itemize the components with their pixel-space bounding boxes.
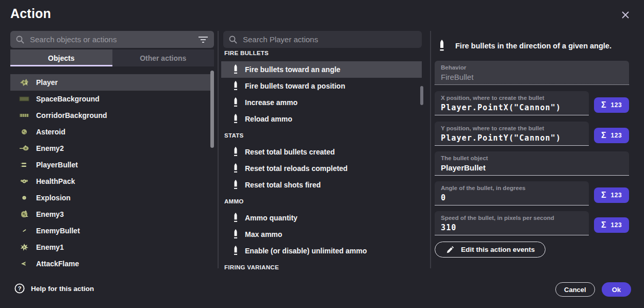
- search-icon: [228, 35, 238, 44]
- action-list-item[interactable]: Ammo quantity: [221, 210, 422, 226]
- bullet-icon: [233, 146, 239, 158]
- parameter-row: Y position, where to create the bulletPl…: [435, 122, 629, 146]
- action-label: Fire bullets toward a position: [245, 82, 345, 90]
- svg-text:?: ?: [18, 285, 22, 292]
- spacer: [435, 85, 629, 91]
- sigma-icon: Σ: [601, 100, 606, 110]
- bullet-icon: [233, 80, 239, 92]
- action-description-row: Fire bullets in the direction of a given…: [435, 31, 629, 61]
- action-group-header: FIRE BULLETS: [221, 45, 422, 61]
- spacer: [435, 206, 629, 211]
- enemy-bullet-icon: [19, 225, 30, 236]
- field-angle-of-the-bullet-in-degrees[interactable]: Angle of the bullet, in degrees0: [435, 181, 589, 206]
- expression-editor-button[interactable]: Σ123: [594, 97, 629, 113]
- sigma-icon: Σ: [601, 220, 606, 230]
- object-list-item[interactable]: Explosion: [10, 190, 214, 206]
- object-name: EnemyBullet: [36, 227, 80, 235]
- bullet-icon: [233, 212, 239, 224]
- object-name: Enemy1: [36, 243, 64, 251]
- object-list-item[interactable]: Enemy1: [10, 239, 214, 255]
- action-list-item[interactable]: Fire bullets toward an angle: [221, 61, 422, 78]
- field-label: Angle of the bullet, in degrees: [441, 184, 583, 192]
- action-list-item[interactable]: Max ammo: [221, 226, 422, 243]
- action-label: Reset total reloads completed: [245, 164, 348, 173]
- action-label: Max ammo: [245, 230, 282, 238]
- actions-search-input[interactable]: [243, 35, 417, 44]
- object-name: PlayerBullet: [36, 161, 78, 169]
- object-name: SpaceBackground: [36, 95, 100, 103]
- object-name: Enemy3: [36, 210, 64, 218]
- object-list-item[interactable]: PlayerBullet: [10, 157, 214, 173]
- field-x-position-where-to-create-the-bullet[interactable]: X position, where to create the bulletPl…: [435, 91, 589, 115]
- object-list-item[interactable]: Asteroid: [10, 124, 214, 140]
- filter-icon[interactable]: [197, 36, 209, 44]
- sigma-icon: Σ: [601, 191, 606, 200]
- action-list-item[interactable]: Fire bullets toward a position: [221, 78, 422, 94]
- edit-action-events-button[interactable]: Edit this action events: [435, 242, 546, 258]
- close-icon[interactable]: [620, 10, 631, 20]
- actions-scrollbar[interactable]: [420, 86, 423, 105]
- objects-search-box[interactable]: [10, 31, 214, 48]
- bullet-icon: [233, 245, 239, 256]
- action-list: FIRE BULLETSFire bullets toward an angle…: [221, 45, 422, 273]
- action-label: Ammo quantity: [245, 214, 298, 222]
- objects-search-input[interactable]: [30, 35, 193, 44]
- action-label: Enable (or disable) unlimited ammo: [245, 247, 367, 255]
- explosion-icon: [19, 192, 30, 203]
- object-list-item[interactable]: CorridorBackground: [10, 107, 214, 124]
- field-label: Speed of the bullet, in pixels per secon…: [441, 214, 583, 222]
- spacer: [435, 115, 629, 122]
- dialog-actions: Cancel Ok: [555, 282, 631, 297]
- field-y-position-where-to-create-the-bullet[interactable]: Y position, where to create the bulletPl…: [435, 122, 589, 146]
- expression-editor-button[interactable]: Σ123: [594, 187, 629, 203]
- panel-divider: [430, 31, 431, 268]
- field-the-bullet-object[interactable]: The bullet objectPlayerBullet: [435, 151, 629, 176]
- action-label: Reset total shots fired: [245, 181, 321, 189]
- object-name: HealthPack: [36, 177, 75, 185]
- spacer: [435, 146, 629, 151]
- field-value: 310: [441, 222, 583, 233]
- object-name: Asteroid: [36, 128, 65, 136]
- object-name: Enemy2: [36, 144, 64, 152]
- tab-other-actions[interactable]: Other actions: [112, 49, 214, 66]
- parameter-row: Angle of the bullet, in degrees0Σ123: [435, 181, 629, 206]
- object-list-item[interactable]: EnemyBullet: [10, 223, 214, 239]
- object-list-item[interactable]: Enemy2: [10, 140, 214, 157]
- spacer: [435, 176, 629, 181]
- health-pack-icon: [19, 176, 30, 187]
- cancel-button[interactable]: Cancel: [555, 282, 595, 297]
- object-name: Explosion: [36, 194, 71, 202]
- action-description: Fire bullets in the direction of a given…: [455, 42, 612, 50]
- panel-divider: [218, 31, 219, 268]
- parameter-row: X position, where to create the bulletPl…: [435, 91, 629, 115]
- field-label: The bullet object: [441, 155, 623, 162]
- action-list-item[interactable]: Enable (or disable) unlimited ammo: [221, 243, 422, 259]
- action-list-item[interactable]: Reset total shots fired: [221, 177, 422, 193]
- object-list-item[interactable]: Enemy3: [10, 206, 214, 223]
- expression-editor-button[interactable]: Σ123: [594, 128, 629, 143]
- tab-objects-label: Objects: [48, 54, 74, 62]
- ok-button[interactable]: Ok: [602, 282, 631, 297]
- bullet-icon: [233, 113, 239, 125]
- action-list-item[interactable]: Reset total bullets created: [221, 144, 422, 160]
- action-list-item[interactable]: Increase ammo: [221, 94, 422, 111]
- objects-scrollbar[interactable]: [210, 71, 214, 148]
- object-list-item[interactable]: HealthPack: [10, 173, 214, 190]
- tab-objects[interactable]: Objects: [10, 49, 112, 66]
- object-list-item[interactable]: Player: [10, 74, 214, 91]
- help-link[interactable]: ? Help for this action: [14, 283, 94, 294]
- bullet-icon: [233, 229, 239, 240]
- action-group-header: AMMO: [221, 193, 422, 210]
- action-label: Increase ammo: [245, 98, 298, 107]
- field-speed-of-the-bullet-in-pixels-per-second[interactable]: Speed of the bullet, in pixels per secon…: [435, 211, 589, 235]
- edit-action-events-label: Edit this action events: [461, 246, 535, 253]
- action-list-item[interactable]: Reload ammo: [221, 111, 422, 127]
- object-name: AttackFlame: [36, 260, 79, 268]
- expression-editor-button[interactable]: Σ123: [594, 217, 629, 233]
- action-list-item[interactable]: Reset total reloads completed: [221, 160, 422, 177]
- attack-flame-icon: [19, 258, 30, 269]
- object-list-item[interactable]: AttackFlame: [10, 255, 214, 272]
- object-list-item[interactable]: SpaceBackground: [10, 91, 214, 107]
- dialog-title: Action: [10, 6, 51, 21]
- search-icon: [15, 35, 25, 44]
